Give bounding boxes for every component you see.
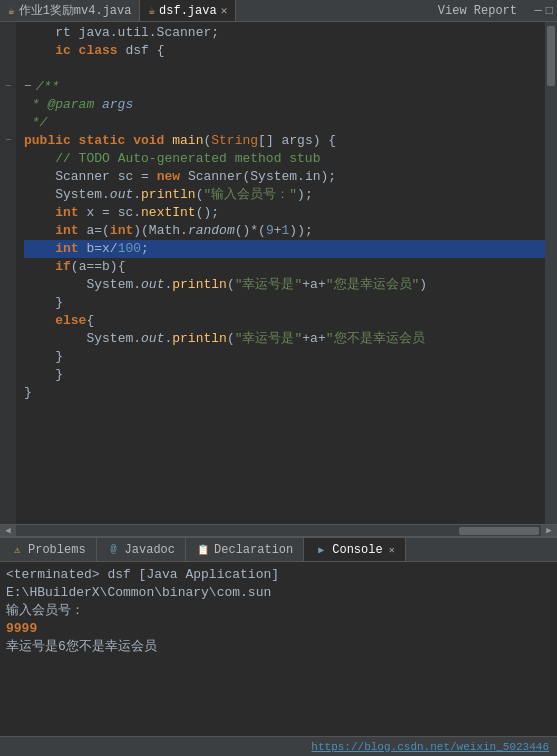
status-bar-url[interactable]: https://blog.csdn.net/weixin_5023446 xyxy=(311,741,549,753)
gutter-marker-7[interactable]: − xyxy=(0,132,16,150)
gutter-marker-5 xyxy=(0,96,16,114)
hscroll-thumb[interactable] xyxy=(459,527,539,535)
view-report-button[interactable]: View Report xyxy=(428,0,527,21)
console-prompt-text: 输入会员号： xyxy=(6,603,84,618)
gutter-marker-13 xyxy=(0,240,16,258)
code-line-17: else{ xyxy=(24,312,545,330)
code-line-6: */ xyxy=(24,114,545,132)
code-line-10: System.out.println("输入会员号："); xyxy=(24,186,545,204)
code-line-14: if(a==b){ xyxy=(24,258,545,276)
vertical-scrollbar[interactable] xyxy=(545,22,557,524)
code-line-19: } xyxy=(24,348,545,366)
code-line-12: int a=(int)(Math.random()*(9+1)); xyxy=(24,222,545,240)
gutter-marker-11 xyxy=(0,204,16,222)
hscroll-right[interactable]: ▶ xyxy=(541,525,557,537)
view-report-label: View Report xyxy=(438,4,517,18)
gutter-marker-14 xyxy=(0,258,16,276)
tab-bar: ☕ 作业1奖励mv4.java ☕ dsf.java ✕ View Report… xyxy=(0,0,557,22)
console-terminated-line: <terminated> dsf [Java Application] E:\H… xyxy=(6,566,551,602)
problems-label: Problems xyxy=(28,543,86,557)
code-line-18: System.out.println("幸运号是"+a+"您不是幸运会员 xyxy=(24,330,545,348)
gutter-marker-18 xyxy=(0,330,16,348)
gutter-marker-15 xyxy=(0,276,16,294)
fold-gutter: − − xyxy=(0,22,16,524)
gutter-marker-3 xyxy=(0,60,16,78)
console-line-1: 输入会员号： xyxy=(6,602,551,620)
console-label: Console xyxy=(332,543,382,557)
hscroll-left[interactable]: ◀ xyxy=(0,525,16,537)
gutter-marker-8 xyxy=(0,150,16,168)
gutter-marker-17 xyxy=(0,312,16,330)
code-line-8: // TODO Auto-generated method stub xyxy=(24,150,545,168)
bottom-panel: ⚠ Problems @ Javadoc 📋 Declaration ▶ Con… xyxy=(0,536,557,736)
gutter-marker-6 xyxy=(0,114,16,132)
tab-console[interactable]: ▶ Console ✕ xyxy=(304,538,405,561)
code-line-3 xyxy=(24,60,545,78)
javadoc-icon: @ xyxy=(107,543,121,557)
terminated-text: <terminated> dsf [Java Application] E:\H… xyxy=(6,567,279,600)
code-line-21: } xyxy=(24,384,545,402)
gutter-marker-1 xyxy=(0,24,16,42)
code-line-9: Scanner sc = new Scanner(System.in); xyxy=(24,168,545,186)
console-output: <terminated> dsf [Java Application] E:\H… xyxy=(0,562,557,736)
gutter-marker-20 xyxy=(0,366,16,384)
tab-close-dsf[interactable]: ✕ xyxy=(221,4,228,17)
minimize-icon[interactable]: ─ xyxy=(535,4,542,18)
problems-icon: ⚠ xyxy=(10,543,24,557)
gutter-marker-4[interactable]: − xyxy=(0,78,16,96)
console-tab-close[interactable]: ✕ xyxy=(389,544,395,556)
code-line-4: −/** xyxy=(24,78,545,96)
code-line-20: } xyxy=(24,366,545,384)
gutter-marker-12 xyxy=(0,222,16,240)
gutter-marker-19 xyxy=(0,348,16,366)
editor-controls: ─ □ xyxy=(527,0,557,21)
javadoc-label: Javadoc xyxy=(125,543,175,557)
console-result-text: 幸运号是6您不是幸运会员 xyxy=(6,639,157,654)
console-number-text: 9999 xyxy=(6,621,37,636)
vscrollbar-thumb[interactable] xyxy=(547,26,555,86)
code-line-2: ic class dsf { xyxy=(24,42,545,60)
editor-area: − − rt java.util.Scanner; xyxy=(0,22,557,536)
gutter-marker-2 xyxy=(0,42,16,60)
hscroll-track[interactable] xyxy=(18,527,539,535)
console-icon: ▶ xyxy=(314,543,328,557)
console-line-2: 9999 xyxy=(6,620,551,638)
bottom-tab-bar: ⚠ Problems @ Javadoc 📋 Declaration ▶ Con… xyxy=(0,538,557,562)
code-line-13: int b=x/100; xyxy=(24,240,545,258)
declaration-label: Declaration xyxy=(214,543,293,557)
maximize-icon[interactable]: □ xyxy=(546,4,553,18)
status-bar: https://blog.csdn.net/weixin_5023446 xyxy=(0,736,557,756)
tab-mv4[interactable]: ☕ 作业1奖励mv4.java xyxy=(0,0,140,21)
tab-problems[interactable]: ⚠ Problems xyxy=(0,538,97,561)
code-line-11: int x = sc.nextInt(); xyxy=(24,204,545,222)
code-line-15: System.out.println("幸运号是"+a+"您是幸运会员") xyxy=(24,276,545,294)
tab-dsf[interactable]: ☕ dsf.java ✕ xyxy=(140,0,236,21)
gutter-marker-10 xyxy=(0,186,16,204)
java-icon: ☕ xyxy=(8,4,15,17)
horizontal-scrollbar: ◀ ▶ xyxy=(0,524,557,536)
console-line-3: 幸运号是6您不是幸运会员 xyxy=(6,638,551,656)
editor-with-scrollbar: − − rt java.util.Scanner; xyxy=(0,22,557,524)
tab-label-mv4: 作业1奖励mv4.java xyxy=(19,2,132,19)
tab-javadoc[interactable]: @ Javadoc xyxy=(97,538,186,561)
code-line-5: * @param args xyxy=(24,96,545,114)
code-editor[interactable]: rt java.util.Scanner; ic class dsf { −/*… xyxy=(16,22,545,524)
declaration-icon: 📋 xyxy=(196,543,210,557)
gutter-marker-9 xyxy=(0,168,16,186)
gutter-marker-16 xyxy=(0,294,16,312)
tab-label-dsf: dsf.java xyxy=(159,4,217,18)
code-line-7: public static void main(String[] args) { xyxy=(24,132,545,150)
java-icon-2: ☕ xyxy=(148,4,155,17)
tab-declaration[interactable]: 📋 Declaration xyxy=(186,538,304,561)
gutter-marker-21 xyxy=(0,384,16,402)
code-line-16: } xyxy=(24,294,545,312)
code-line-1: rt java.util.Scanner; xyxy=(24,24,545,42)
